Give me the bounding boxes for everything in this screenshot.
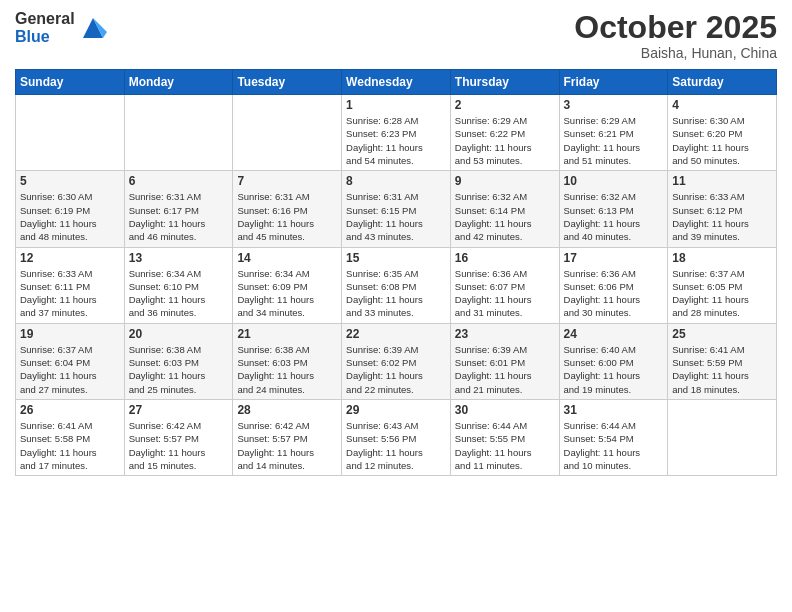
calendar-cell: 23Sunrise: 6:39 AMSunset: 6:01 PMDayligh… [450, 323, 559, 399]
calendar-cell: 15Sunrise: 6:35 AMSunset: 6:08 PMDayligh… [342, 247, 451, 323]
day-info: Sunrise: 6:40 AMSunset: 6:00 PMDaylight:… [564, 343, 664, 396]
day-info: Sunrise: 6:36 AMSunset: 6:07 PMDaylight:… [455, 267, 555, 320]
day-info: Sunrise: 6:32 AMSunset: 6:13 PMDaylight:… [564, 190, 664, 243]
day-info: Sunrise: 6:38 AMSunset: 6:03 PMDaylight:… [129, 343, 229, 396]
day-info: Sunrise: 6:33 AMSunset: 6:12 PMDaylight:… [672, 190, 772, 243]
calendar-cell: 20Sunrise: 6:38 AMSunset: 6:03 PMDayligh… [124, 323, 233, 399]
day-info: Sunrise: 6:30 AMSunset: 6:20 PMDaylight:… [672, 114, 772, 167]
calendar-cell: 16Sunrise: 6:36 AMSunset: 6:07 PMDayligh… [450, 247, 559, 323]
day-number: 12 [20, 251, 120, 265]
calendar-cell: 2Sunrise: 6:29 AMSunset: 6:22 PMDaylight… [450, 95, 559, 171]
calendar-cell: 26Sunrise: 6:41 AMSunset: 5:58 PMDayligh… [16, 399, 125, 475]
calendar-cell: 11Sunrise: 6:33 AMSunset: 6:12 PMDayligh… [668, 171, 777, 247]
day-number: 7 [237, 174, 337, 188]
day-number: 1 [346, 98, 446, 112]
day-number: 16 [455, 251, 555, 265]
day-info: Sunrise: 6:39 AMSunset: 6:02 PMDaylight:… [346, 343, 446, 396]
day-number: 18 [672, 251, 772, 265]
day-number: 20 [129, 327, 229, 341]
weekday-header-saturday: Saturday [668, 70, 777, 95]
day-info: Sunrise: 6:44 AMSunset: 5:55 PMDaylight:… [455, 419, 555, 472]
day-number: 5 [20, 174, 120, 188]
week-row-4: 26Sunrise: 6:41 AMSunset: 5:58 PMDayligh… [16, 399, 777, 475]
weekday-header-thursday: Thursday [450, 70, 559, 95]
day-info: Sunrise: 6:42 AMSunset: 5:57 PMDaylight:… [237, 419, 337, 472]
week-row-0: 1Sunrise: 6:28 AMSunset: 6:23 PMDaylight… [16, 95, 777, 171]
day-info: Sunrise: 6:29 AMSunset: 6:21 PMDaylight:… [564, 114, 664, 167]
calendar-cell: 17Sunrise: 6:36 AMSunset: 6:06 PMDayligh… [559, 247, 668, 323]
day-number: 8 [346, 174, 446, 188]
calendar-cell: 9Sunrise: 6:32 AMSunset: 6:14 PMDaylight… [450, 171, 559, 247]
day-number: 22 [346, 327, 446, 341]
logo-icon [79, 14, 107, 42]
day-info: Sunrise: 6:33 AMSunset: 6:11 PMDaylight:… [20, 267, 120, 320]
day-info: Sunrise: 6:32 AMSunset: 6:14 PMDaylight:… [455, 190, 555, 243]
calendar: SundayMondayTuesdayWednesdayThursdayFrid… [15, 69, 777, 476]
day-info: Sunrise: 6:41 AMSunset: 5:58 PMDaylight:… [20, 419, 120, 472]
weekday-header-friday: Friday [559, 70, 668, 95]
day-number: 30 [455, 403, 555, 417]
weekday-header-tuesday: Tuesday [233, 70, 342, 95]
day-info: Sunrise: 6:37 AMSunset: 6:04 PMDaylight:… [20, 343, 120, 396]
calendar-cell [668, 399, 777, 475]
day-number: 2 [455, 98, 555, 112]
week-row-2: 12Sunrise: 6:33 AMSunset: 6:11 PMDayligh… [16, 247, 777, 323]
calendar-cell: 24Sunrise: 6:40 AMSunset: 6:00 PMDayligh… [559, 323, 668, 399]
day-number: 4 [672, 98, 772, 112]
day-number: 23 [455, 327, 555, 341]
calendar-cell: 8Sunrise: 6:31 AMSunset: 6:15 PMDaylight… [342, 171, 451, 247]
calendar-cell [124, 95, 233, 171]
calendar-cell: 6Sunrise: 6:31 AMSunset: 6:17 PMDaylight… [124, 171, 233, 247]
calendar-cell: 13Sunrise: 6:34 AMSunset: 6:10 PMDayligh… [124, 247, 233, 323]
logo-general: General [15, 10, 75, 28]
calendar-cell: 31Sunrise: 6:44 AMSunset: 5:54 PMDayligh… [559, 399, 668, 475]
calendar-cell: 7Sunrise: 6:31 AMSunset: 6:16 PMDaylight… [233, 171, 342, 247]
calendar-cell: 28Sunrise: 6:42 AMSunset: 5:57 PMDayligh… [233, 399, 342, 475]
header: General Blue October 2025 Baisha, Hunan,… [15, 10, 777, 61]
day-info: Sunrise: 6:44 AMSunset: 5:54 PMDaylight:… [564, 419, 664, 472]
page: General Blue October 2025 Baisha, Hunan,… [0, 0, 792, 612]
day-info: Sunrise: 6:34 AMSunset: 6:10 PMDaylight:… [129, 267, 229, 320]
day-info: Sunrise: 6:29 AMSunset: 6:22 PMDaylight:… [455, 114, 555, 167]
day-number: 24 [564, 327, 664, 341]
logo-text: General Blue [15, 10, 75, 45]
day-number: 11 [672, 174, 772, 188]
day-number: 31 [564, 403, 664, 417]
day-info: Sunrise: 6:30 AMSunset: 6:19 PMDaylight:… [20, 190, 120, 243]
week-row-1: 5Sunrise: 6:30 AMSunset: 6:19 PMDaylight… [16, 171, 777, 247]
calendar-cell: 10Sunrise: 6:32 AMSunset: 6:13 PMDayligh… [559, 171, 668, 247]
day-info: Sunrise: 6:42 AMSunset: 5:57 PMDaylight:… [129, 419, 229, 472]
day-info: Sunrise: 6:31 AMSunset: 6:17 PMDaylight:… [129, 190, 229, 243]
weekday-header-wednesday: Wednesday [342, 70, 451, 95]
calendar-cell: 18Sunrise: 6:37 AMSunset: 6:05 PMDayligh… [668, 247, 777, 323]
day-number: 6 [129, 174, 229, 188]
calendar-cell: 27Sunrise: 6:42 AMSunset: 5:57 PMDayligh… [124, 399, 233, 475]
calendar-cell: 21Sunrise: 6:38 AMSunset: 6:03 PMDayligh… [233, 323, 342, 399]
day-number: 10 [564, 174, 664, 188]
calendar-cell: 3Sunrise: 6:29 AMSunset: 6:21 PMDaylight… [559, 95, 668, 171]
day-number: 21 [237, 327, 337, 341]
title-block: October 2025 Baisha, Hunan, China [574, 10, 777, 61]
day-number: 17 [564, 251, 664, 265]
day-number: 9 [455, 174, 555, 188]
day-number: 27 [129, 403, 229, 417]
day-number: 15 [346, 251, 446, 265]
day-number: 25 [672, 327, 772, 341]
day-info: Sunrise: 6:36 AMSunset: 6:06 PMDaylight:… [564, 267, 664, 320]
day-info: Sunrise: 6:35 AMSunset: 6:08 PMDaylight:… [346, 267, 446, 320]
day-info: Sunrise: 6:31 AMSunset: 6:16 PMDaylight:… [237, 190, 337, 243]
day-info: Sunrise: 6:31 AMSunset: 6:15 PMDaylight:… [346, 190, 446, 243]
day-info: Sunrise: 6:28 AMSunset: 6:23 PMDaylight:… [346, 114, 446, 167]
day-number: 14 [237, 251, 337, 265]
logo: General Blue [15, 10, 107, 45]
weekday-header-row: SundayMondayTuesdayWednesdayThursdayFrid… [16, 70, 777, 95]
calendar-cell: 25Sunrise: 6:41 AMSunset: 5:59 PMDayligh… [668, 323, 777, 399]
calendar-cell: 19Sunrise: 6:37 AMSunset: 6:04 PMDayligh… [16, 323, 125, 399]
calendar-cell [233, 95, 342, 171]
calendar-cell: 22Sunrise: 6:39 AMSunset: 6:02 PMDayligh… [342, 323, 451, 399]
logo-blue: Blue [15, 28, 75, 46]
day-info: Sunrise: 6:34 AMSunset: 6:09 PMDaylight:… [237, 267, 337, 320]
calendar-cell: 30Sunrise: 6:44 AMSunset: 5:55 PMDayligh… [450, 399, 559, 475]
month-title: October 2025 [574, 10, 777, 45]
day-info: Sunrise: 6:43 AMSunset: 5:56 PMDaylight:… [346, 419, 446, 472]
